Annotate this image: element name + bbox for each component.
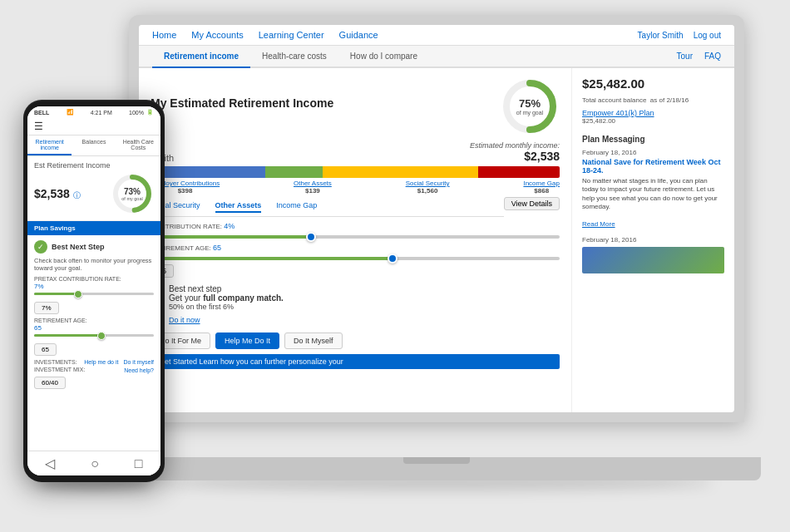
contribution-slider-row [151, 235, 560, 239]
page-title: My Estimated Retirement Income [151, 96, 333, 110]
help-me-do-it-button[interactable]: Help Me Do It [215, 332, 279, 349]
logout-link[interactable]: Log out [694, 31, 721, 40]
phone-pretax-label: PRETAX CONTRIBUTION RATE: [34, 276, 154, 282]
laptop-body: Home My Accounts Learning Center Guidanc… [129, 15, 744, 422]
phone-ret-amount: $2,538 [34, 187, 70, 200]
phone-bns-title: Best Next Step [52, 243, 105, 251]
retirement-age-slider-track[interactable] [151, 257, 560, 260]
phone-retirement-header: Est Retirement Income $2,538 ⓘ 73% [27, 156, 160, 221]
laptop-main-content: My Estimated Retirement Income 75% of my… [139, 68, 734, 412]
tab-compare[interactable]: How do I compare [338, 46, 429, 68]
phone-time: 4:21 PM [91, 110, 112, 116]
sub-tab-income-gap[interactable]: Income Gap [276, 201, 317, 213]
nav-my-accounts[interactable]: My Accounts [191, 30, 243, 40]
do-it-myself-button[interactable]: Do It Myself [284, 332, 343, 349]
account-balance-section: $25,482.00 Total account balance as of 2… [582, 76, 724, 125]
phone-help-me-btn[interactable]: Help me do it [84, 359, 118, 365]
phone-donut-text: 73% of my goal [121, 187, 142, 201]
phone-retirement-age-value: 65 [34, 324, 154, 332]
plan-messaging-title: Plan Messaging [582, 135, 724, 144]
phone-donut-sub: of my goal [121, 196, 142, 201]
phone-ret-title: Est Retirement Income [34, 161, 154, 170]
estimated-income-block: Estimated monthly income: $2,538 [470, 141, 560, 163]
tabs-left: Retirement income Health-care costs How … [152, 46, 429, 66]
bns-sub-detail: 50% on the first 6% [169, 303, 284, 311]
sub-tab-other-assets[interactable]: Other Assets [215, 201, 262, 213]
phone-back-btn[interactable]: ◁ [45, 456, 55, 471]
phone-age-slider[interactable] [34, 334, 154, 337]
tabs-right: Tour FAQ [677, 52, 721, 61]
contribution-rate-value[interactable]: 4% [224, 222, 235, 230]
phone-tab-health[interactable]: Health Care Costs [116, 135, 160, 155]
bns-do-it-now-link[interactable]: Do it now [169, 316, 200, 324]
retirement-age-value[interactable]: 65 [213, 244, 221, 252]
message-1-date: February 18, 2016 [582, 149, 724, 156]
faq-link[interactable]: FAQ [704, 52, 721, 61]
phone-bns-body: Check back often to monitor your progres… [34, 257, 154, 272]
donut-subtitle: of my goal [516, 110, 543, 116]
hamburger-icon[interactable]: ☰ [34, 121, 43, 132]
phone-mix-value-box: 60/40 [34, 377, 66, 389]
phone-need-help-link[interactable]: Need help? [124, 367, 154, 373]
phone-amount-block: $2,538 ⓘ [34, 186, 81, 201]
phone-do-it-myself-btn[interactable]: Do it myself [123, 359, 154, 365]
phone-pretax-fill [34, 293, 76, 295]
laptop-device: Home My Accounts Learning Center Guidanc… [129, 15, 744, 480]
retirement-age-slider-thumb[interactable] [388, 254, 397, 264]
contribution-slider-track[interactable] [151, 235, 560, 239]
action-buttons-row: Do It For Me Help Me Do It Do It Myself [151, 332, 560, 349]
phone-info-icon[interactable]: ⓘ [73, 191, 81, 200]
phone-tab-retirement[interactable]: Retirement income [27, 135, 72, 155]
plan-messaging-section: Plan Messaging February 18, 2016 Nationa… [582, 135, 724, 273]
phone-screen: BELL 📶 4:21 PM 100% 🔋 ☰ Retirement incom… [27, 106, 160, 475]
label-social-security: Social Security $1,560 [406, 180, 450, 195]
contribution-slider-thumb[interactable] [306, 232, 316, 242]
other-assets-link[interactable]: Other Assets [294, 180, 332, 187]
label-income-gap: Income Gap $868 [523, 180, 560, 195]
bar-employer [151, 166, 265, 178]
nav-learning-center[interactable]: Learning Center [259, 30, 324, 40]
message-2-date: February 18, 2016 [582, 236, 724, 244]
balance-date: as of 2/18/16 [650, 96, 689, 104]
nav-guidance[interactable]: Guidance [339, 30, 378, 40]
phone-age-thumb[interactable] [97, 332, 106, 340]
retirement-age-area: RETIREMENT AGE: 65 [151, 244, 560, 252]
phone-carrier: BELL [34, 110, 49, 116]
nav-user-area: Taylor Smith Log out [638, 31, 721, 40]
get-started-bar[interactable]: Get Started Learn how you can further pe… [151, 354, 560, 369]
phone-goal-donut: 73% of my goal [111, 172, 154, 215]
phone-tab-balances[interactable]: Balances [72, 135, 116, 155]
phone-pretax-slider[interactable] [34, 293, 154, 295]
message-1-read-more[interactable]: Read More [582, 220, 615, 228]
best-next-step-section: ✓ Best next step Get your full company m… [151, 284, 560, 326]
laptop-right-panel: $25,482.00 Total account balance as of 2… [572, 68, 734, 412]
income-gap-link[interactable]: Income Gap [523, 180, 560, 187]
message-1-headline[interactable]: National Save for Retirement Week Oct 18… [582, 158, 724, 175]
other-assets-value: $139 [294, 187, 332, 195]
phone-apps-btn[interactable]: □ [135, 456, 143, 471]
donut-text: 75% of my goal [516, 97, 543, 116]
tab-retirement-income[interactable]: Retirement income [152, 46, 250, 68]
phone-pretax-thumb[interactable] [74, 290, 82, 298]
phone-bns-icon: ✓ [34, 240, 47, 254]
view-details-button[interactable]: View Details [504, 197, 560, 210]
laptop-nav: Home My Accounts Learning Center Guidanc… [139, 25, 734, 46]
nav-home[interactable]: Home [152, 30, 176, 40]
phone-ret-amount-row: $2,538 ⓘ 73% of my goal [34, 172, 154, 215]
balance-amount: $25,482.00 [582, 76, 724, 91]
social-security-link[interactable]: Social Security [406, 180, 450, 187]
phone-age-value-box: 65 [34, 343, 57, 356]
phone-home-btn[interactable]: ○ [91, 456, 99, 471]
phone-battery: 100% [129, 110, 144, 116]
phone-plan-savings-bar: Plan Savings [27, 221, 160, 235]
bar-labels: Employer Contributions $398 Other Assets… [151, 180, 560, 195]
battery-icon: 🔋 [146, 109, 154, 116]
tour-link[interactable]: Tour [677, 52, 693, 61]
retirement-age-slider-fill [151, 257, 396, 260]
tab-health-care[interactable]: Health-care costs [250, 46, 338, 68]
plan-link[interactable]: Empower 401(k) Plan [582, 109, 724, 117]
contribution-slider-fill [151, 235, 314, 239]
income-gap-value: $868 [523, 187, 560, 195]
donut-percentage: 75% [516, 97, 543, 110]
balance-label-row: Total account balance as of 2/18/16 [582, 91, 724, 106]
